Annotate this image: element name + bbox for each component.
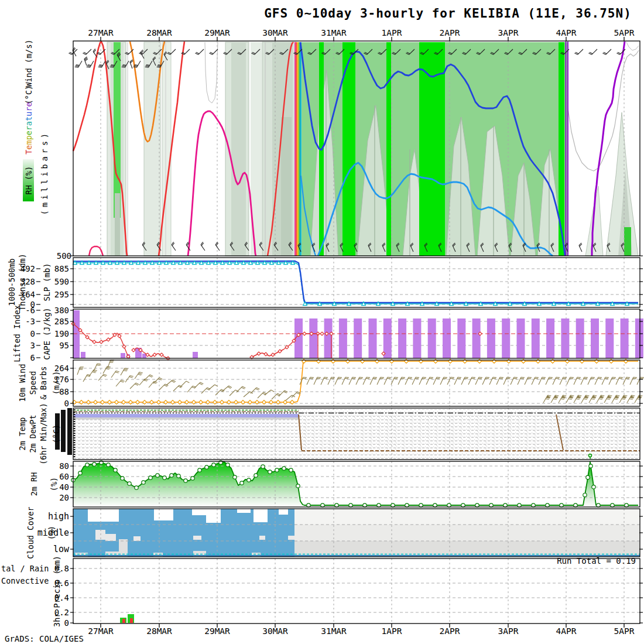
side-label: Thcknss (dm) — [18, 254, 27, 311]
tick-label: 40 — [59, 482, 69, 492]
side-label: (%) — [47, 526, 56, 540]
panel-temp-2m — [55, 408, 640, 460]
date-label-bottom: 4APR — [556, 626, 577, 636]
svg-text:Speed: Speed — [28, 371, 37, 395]
side-label: (6hr Min/Max) — [39, 403, 48, 465]
panel-precip-3hr: 0.80.60.40.20 — [54, 559, 643, 628]
tick-label: 885 — [54, 264, 69, 273]
side-label: RH (%) — [23, 159, 34, 201]
side-label: SLP (mb) — [42, 263, 52, 301]
side-label: Wind (m/s) — [24, 39, 33, 87]
panel-cloud-cover: highmiddlelow — [37, 509, 643, 557]
svg-text:(%): (%) — [47, 526, 56, 540]
page-title: GFS 0~10day 3-hourly for KELIBIA (11E, 3… — [264, 6, 632, 20]
tick-label: high — [48, 511, 69, 522]
panel-upper-air: 500 — [57, 41, 643, 261]
tick-label: 380 — [54, 306, 69, 315]
side-label: & Barbs — [39, 366, 48, 400]
svg-text:(°C): (°C) — [52, 424, 61, 444]
panel-wind-10m: 264176880 — [54, 359, 644, 408]
svg-text:2m DewPt: 2m DewPt — [28, 415, 37, 453]
date-label-bottom: 30MAR — [262, 626, 288, 636]
date-label-bottom: 1APR — [382, 626, 402, 636]
tick-label: 190 — [54, 329, 69, 338]
tick-label: 0 — [64, 399, 69, 408]
date-label-bottom: 3APR — [498, 626, 519, 636]
side-label: 3hr Precip (mm) — [52, 556, 61, 627]
date-label-top: 28MAR — [146, 28, 172, 37]
svg-text:1000-500mb: 1000-500mb — [7, 258, 16, 306]
date-label-bottom: 27MAR — [88, 626, 114, 636]
meteogram-chart: GFS 0~10day 3-hourly for KELIBIA (11E, 3… — [0, 0, 644, 644]
tick-label: -3 — [25, 317, 35, 326]
tick-label: 80 — [59, 461, 69, 471]
svg-text:10m Wind: 10m Wind — [18, 364, 27, 402]
svg-text:2m RH: 2m RH — [29, 472, 39, 496]
svg-text:Cloud Cover: Cloud Cover — [26, 506, 35, 559]
tick-label: 285 — [54, 317, 69, 326]
side-label: Cloud Cover — [26, 506, 35, 559]
meteogram-page: GFS 0~10day 3-hourly for KELIBIA (11E, 3… — [0, 0, 644, 644]
tick-label: low — [53, 544, 70, 554]
date-label-bottom: 2APR — [440, 626, 460, 636]
tick-label: 6 — [30, 353, 35, 362]
side-label: 2m Temp — [18, 417, 27, 451]
side-label: 10m Wind — [18, 364, 27, 402]
svg-text:Lifted Index: Lifted Index — [12, 305, 22, 362]
svg-text:Wind (m/s): Wind (m/s) — [24, 39, 33, 87]
svg-text:(%): (%) — [49, 477, 59, 491]
side-label: 1000-500mb — [7, 258, 16, 306]
tick-label: 60 — [59, 472, 69, 481]
tick-label: 3 — [30, 341, 35, 350]
svg-text:(millibars): (millibars) — [40, 131, 49, 215]
svg-text:(°C): (°C) — [24, 85, 33, 105]
date-label-top: 27MAR — [88, 28, 114, 37]
svg-text:2m Temp: 2m Temp — [18, 417, 27, 451]
side-label: tal / Rain — [1, 564, 49, 573]
date-label-top: 5APR — [614, 28, 635, 37]
svg-text:SLP (mb): SLP (mb) — [42, 263, 52, 301]
tick-label: 0 — [64, 618, 69, 628]
date-label-top: 30MAR — [262, 28, 288, 37]
date-label-top: 3APR — [498, 28, 519, 37]
date-label-bottom: 29MAR — [204, 626, 230, 636]
svg-text:& Barbs: & Barbs — [39, 366, 48, 400]
side-label: (°C) — [52, 424, 61, 444]
side-label: (m/s) — [52, 371, 61, 395]
svg-text:3hr Precip (mm): 3hr Precip (mm) — [52, 556, 61, 627]
date-label-top: 4APR — [556, 28, 577, 37]
svg-text:Temperature: Temperature — [24, 102, 33, 155]
tick-label: 500 — [57, 251, 71, 261]
date-label-top: 1APR — [382, 28, 402, 37]
svg-text:CAPE (J/kg): CAPE (J/kg) — [42, 307, 52, 359]
tick-label: 0 — [30, 329, 35, 338]
panel-slp-thickness: 8855902954923281640 — [20, 258, 643, 309]
side-label: Convective — [1, 576, 49, 585]
side-label: Speed — [28, 371, 37, 395]
side-label: Lifted Index — [12, 305, 22, 362]
svg-text:(m/s): (m/s) — [52, 371, 61, 395]
side-label: (millibars) — [40, 131, 49, 215]
date-label-top: 2APR — [440, 28, 460, 37]
credit-text: GrADS: COLA/IGES — [5, 634, 84, 643]
side-label: 2m DewPt — [28, 415, 37, 453]
svg-text:RH (%): RH (%) — [24, 166, 33, 195]
tick-label: 88 — [59, 387, 69, 396]
side-label: (°C) — [24, 85, 33, 105]
date-label-top: 29MAR — [204, 28, 230, 37]
date-label-top: 31MAR — [321, 28, 347, 37]
date-label-bottom: 5APR — [614, 626, 635, 636]
svg-text:Thcknss (dm): Thcknss (dm) — [18, 254, 27, 311]
tick-label: 95 — [59, 341, 69, 350]
side-label: 2m RH — [29, 472, 39, 496]
tick-label: -6 — [25, 306, 35, 315]
svg-text:(6hr Min/Max): (6hr Min/Max) — [39, 403, 48, 465]
tick-label: 590 — [54, 277, 69, 286]
date-label-bottom: 28MAR — [146, 626, 172, 636]
tick-label: 295 — [54, 290, 69, 299]
chart-root: 500885590295492328164038028519095-6-3036… — [1, 28, 644, 636]
side-label: (%) — [49, 477, 59, 491]
panel-rh-2m: 80604020 — [59, 461, 643, 507]
panel-cape-lifted-index: 38028519095-6-3036 — [25, 306, 643, 362]
side-label: CAPE (J/kg) — [42, 307, 52, 359]
